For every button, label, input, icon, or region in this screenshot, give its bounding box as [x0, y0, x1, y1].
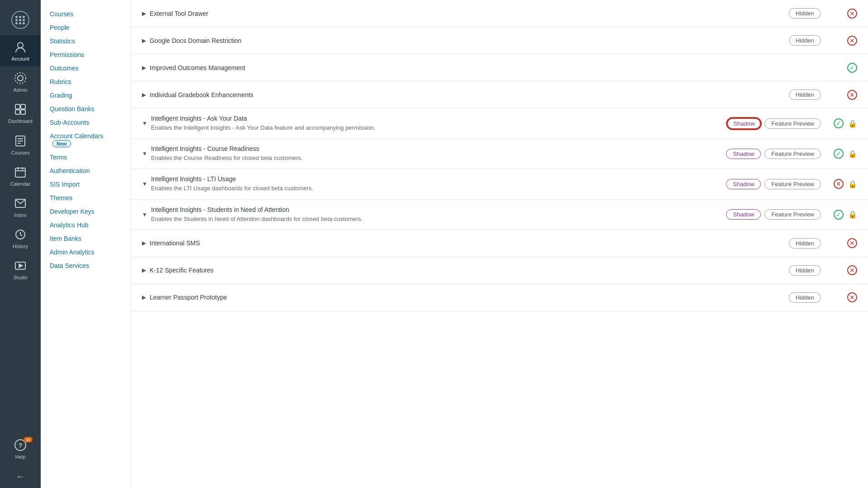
sidebar-item-grading[interactable]: Grading [41, 89, 131, 102]
x-icon[interactable]: ✕ [834, 179, 844, 189]
history-icon [13, 227, 28, 242]
feature-expand-learner-passport-prototype[interactable]: ▶ [142, 294, 146, 300]
sidebar-item-admin-analytics[interactable]: Admin Analytics [41, 245, 131, 259]
sidebar-item-analytics-hub[interactable]: Analytics Hub [41, 218, 131, 232]
check-icon[interactable]: ✓ [834, 149, 844, 159]
feature-badges-k12-specific-features: Hidden [789, 265, 830, 276]
hidden-badge[interactable]: Hidden [789, 292, 821, 303]
nav-courses[interactable]: Courses [0, 129, 41, 160]
nav-collapse[interactable]: ← [0, 465, 41, 488]
x-icon[interactable]: ✕ [847, 292, 857, 302]
feature-sub-intelligent-insights-students: Intelligent Insights - Students in Need … [151, 206, 726, 223]
sidebar-item-question-banks[interactable]: Question Banks [41, 102, 131, 116]
feature-title: International SMS [150, 239, 789, 247]
sidebar-item-permissions[interactable]: Permissions [41, 48, 131, 61]
feature-preview-badge[interactable]: Feature Preview [764, 179, 821, 189]
x-icon[interactable]: ✕ [847, 9, 857, 19]
history-label: History [13, 244, 28, 249]
sidebar-item-rubrics[interactable]: Rubrics [41, 75, 131, 89]
shadow-badge[interactable]: Shadow [726, 209, 761, 220]
feature-expand-intelligent-insights-course-readiness[interactable]: ▼ [142, 150, 147, 157]
feature-preview-badge[interactable]: Feature Preview [764, 149, 821, 159]
help-badge: 10 [24, 437, 33, 442]
sidebar-item-courses[interactable]: Courses [41, 7, 131, 21]
x-icon[interactable]: ✕ [847, 90, 857, 100]
feature-expand-google-docs-domain-restriction[interactable]: ▶ [142, 38, 146, 44]
sidebar-item-sub-accounts[interactable]: Sub-Accounts [41, 116, 131, 129]
feature-expand-external-tool-drawer[interactable]: ▶ [142, 10, 146, 17]
nav-inbox[interactable]: Inbox [0, 192, 41, 223]
feature-row-learner-passport-prototype: ▶Learner Passport PrototypeHidden✕ [131, 284, 868, 311]
feature-expand-intelligent-insights-students[interactable]: ▼ [142, 211, 147, 218]
lock-icon: 🔒 [848, 180, 857, 188]
sidebar-item-outcomes[interactable]: Outcomes [41, 61, 131, 75]
x-icon[interactable]: ✕ [847, 238, 857, 248]
nav-account[interactable]: Account [0, 35, 41, 66]
nav-studio[interactable]: Studio [0, 254, 41, 285]
feature-expand-k12-specific-features[interactable]: ▶ [142, 267, 146, 273]
shadow-badge[interactable]: Shadow [726, 149, 761, 159]
svg-point-0 [18, 42, 23, 48]
feature-expand-individual-gradebook-enhancements[interactable]: ▶ [142, 92, 146, 98]
nav-history[interactable]: History [0, 223, 41, 254]
feature-preview-badge[interactable]: Feature Preview [764, 209, 821, 220]
x-icon[interactable]: ✕ [847, 36, 857, 46]
feature-expand-intelligent-insights-lti-usage[interactable]: ▼ [142, 181, 147, 187]
hidden-badge[interactable]: Hidden [789, 238, 821, 249]
chevron-icon: ▼ [142, 150, 147, 157]
feature-expand-improved-outcomes-management[interactable]: ▶ [142, 65, 146, 71]
collapse-icon: ← [13, 469, 28, 483]
sidebar-item-themes[interactable]: Themes [41, 191, 131, 205]
sidebar-item-item-banks[interactable]: Item Banks [41, 232, 131, 245]
inbox-icon [13, 196, 28, 211]
feature-actions-k12-specific-features: ✕ [830, 265, 857, 275]
nav-calendar[interactable]: Calendar [0, 160, 41, 192]
admin-icon [13, 71, 28, 85]
feature-row-k12-specific-features: ▶K-12 Specific FeaturesHidden✕ [131, 257, 868, 284]
hidden-badge[interactable]: Hidden [789, 265, 821, 276]
feature-badges-intelligent-insights-course-readiness: ShadowFeature Preview [726, 149, 830, 159]
chevron-icon: ▶ [142, 38, 146, 44]
nav-help[interactable]: ? 10 Help [0, 433, 41, 465]
chevron-icon: ▼ [142, 120, 147, 127]
feature-sub-intelligent-insights-course-readiness: Intelligent Insights - Course Readiness … [151, 145, 726, 162]
feature-list: ▶External Tool DrawerHidden✕▶Google Docs… [131, 0, 868, 311]
check-icon[interactable]: ✓ [847, 63, 857, 73]
feature-preview-badge[interactable]: Feature Preview [764, 118, 821, 129]
feature-actions-individual-gradebook-enhancements: ✕ [830, 90, 857, 100]
svg-rect-6 [21, 110, 25, 114]
lock-icon: 🔒 [848, 150, 857, 158]
hidden-badge[interactable]: Hidden [789, 89, 821, 100]
check-icon[interactable]: ✓ [834, 118, 844, 128]
sidebar-item-terms[interactable]: Terms [41, 150, 131, 164]
sidebar-item-sis-import[interactable]: SIS Import [41, 178, 131, 191]
feature-actions-intelligent-insights-ask-your-data: ✓ 🔒 [830, 118, 857, 128]
shadow-badge[interactable]: Shadow [726, 179, 761, 189]
hidden-badge[interactable]: Hidden [789, 35, 821, 46]
feature-title: External Tool Drawer [150, 10, 789, 17]
feature-actions-google-docs-domain-restriction: ✕ [830, 36, 857, 46]
chevron-icon: ▶ [142, 267, 146, 273]
shadow-badge[interactable]: Shadow [727, 118, 761, 129]
sidebar-item-people[interactable]: People [41, 21, 131, 34]
feature-badges-intelligent-insights-students: ShadowFeature Preview [726, 209, 830, 220]
feature-badges-intelligent-insights-ask-your-data: ShadowFeature Preview [727, 118, 830, 129]
nav-dashboard[interactable]: Dashboard [0, 98, 41, 129]
sidebar-item-authentication[interactable]: Authentication [41, 164, 131, 178]
sidebar-item-statistics[interactable]: Statistics [41, 34, 131, 48]
courses-label: Courses [11, 150, 30, 156]
feature-expand-international-sms[interactable]: ▶ [142, 240, 146, 246]
account-label: Account [11, 56, 29, 62]
check-icon[interactable]: ✓ [834, 210, 844, 220]
feature-row-international-sms: ▶International SMSHidden✕ [131, 230, 868, 257]
hidden-badge[interactable]: Hidden [789, 8, 821, 19]
sidebar-item-account-calendars[interactable]: Account CalendarsNew [41, 129, 131, 150]
sidebar-item-data-services[interactable]: Data Services [41, 259, 131, 272]
feature-row-google-docs-domain-restriction: ▶Google Docs Domain RestrictionHidden✕ [131, 27, 868, 54]
nav-admin[interactable]: Admin [0, 66, 41, 98]
lock-icon: 🔒 [848, 210, 857, 219]
feature-badges-learner-passport-prototype: Hidden [789, 292, 830, 303]
feature-expand-intelligent-insights-ask-your-data[interactable]: ▼ [142, 120, 147, 127]
x-icon[interactable]: ✕ [847, 265, 857, 275]
sidebar-item-developer-keys[interactable]: Developer Keys [41, 205, 131, 218]
